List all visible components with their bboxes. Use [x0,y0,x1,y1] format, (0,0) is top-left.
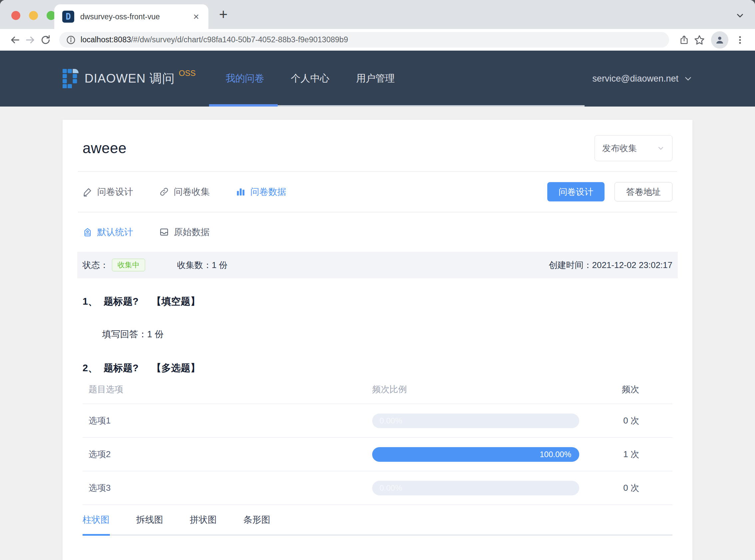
bookmark-star-icon[interactable] [692,34,707,46]
option-label: 选项1 [83,415,372,426]
tab-survey-collect[interactable]: 问卷收集 [159,186,210,198]
survey-detail-card: aweee 发布收集 问卷设计 问卷收集 问卷数据 问卷设计 答卷地址 [63,120,692,560]
header-ratio: 频次比例 [372,383,579,395]
tab-label: 问卷设计 [97,186,133,198]
tab-survey-data[interactable]: 问卷数据 [236,186,286,198]
chart-tabs-active-underline [83,534,110,536]
tab-title: dwsurvey-oss-front-vue [80,12,192,21]
status-label: 状态： [83,259,108,271]
url-text: localhost:8083/#/dw/survey/d/chart/c98fa… [81,35,348,44]
subtab-default-stats[interactable]: 默认统计 [83,226,133,238]
tag-icon [83,227,93,237]
question-type-tag: 【多选题】 [152,362,200,375]
chevron-down-icon [657,144,665,152]
browser-menu-kebab-icon[interactable] [732,35,748,45]
header-option: 题目选项 [83,383,372,395]
app-navbar: DIAOWEN 调问 OSS 我的问卷 个人中心 用户管理 service@di… [0,51,755,106]
card-header: aweee 发布收集 [83,120,672,171]
chart-tab-pie[interactable]: 拼状图 [190,514,217,526]
chart-tab-line[interactable]: 拆线图 [136,514,163,526]
share-icon[interactable] [676,35,692,45]
subtab-raw-data[interactable]: 原始数据 [159,226,210,238]
close-tab-icon[interactable]: × [192,12,200,22]
user-menu[interactable]: service@diaowen.net [592,74,692,84]
table-row: 选项1 0.00% 0 次 [83,404,672,438]
question-index: 2、 [83,362,98,375]
chart-tabs-underline-track [83,534,672,536]
frequency-value: 1 次 [579,448,639,460]
created-time: 创建时间：2021-12-02 23:02:17 [549,259,672,271]
minimize-window-button[interactable] [29,11,38,20]
answer-label: 填写回答： [102,329,147,339]
status-badge: 收集中 [112,259,145,271]
answer-value: 1 份 [147,329,164,339]
reload-icon[interactable] [38,35,53,45]
frequency-value: 0 次 [579,415,639,426]
site-info-icon[interactable] [66,35,76,45]
publish-collect-select[interactable]: 发布收集 [595,135,672,161]
status-bar: 状态： 收集中 收集数： 1 份 创建时间：2021-12-02 23:02:1… [77,252,678,278]
option-label: 选项2 [83,448,372,460]
address-bar[interactable]: localhost:8083/#/dw/survey/d/chart/c98fa… [59,32,669,47]
question-2-heading: 2、 题标题? 【多选题】 [83,362,672,375]
menu-active-underline [209,104,278,106]
nav-item-my-surveys[interactable]: 我的问卷 [212,51,278,106]
inbox-tray-icon [159,227,169,237]
nav-item-personal-center[interactable]: 个人中心 [278,51,343,106]
bar-chart-icon [236,187,246,197]
brand-oss-badge: OSS [179,68,196,78]
subtab-label: 原始数据 [174,226,210,238]
chart-tab-bar[interactable]: 条形图 [243,514,270,526]
created-time-label: 创建时间： [549,260,592,270]
percent-label: 100.00% [539,450,571,459]
favicon: D [62,11,74,23]
forward-icon[interactable] [23,34,38,46]
option-label: 选项3 [83,482,372,494]
new-tab-button[interactable]: + [219,6,228,23]
stats-subtabs: 默认统计 原始数据 [83,213,672,252]
diaowen-logo-icon [63,69,79,88]
question-title: 题标题? [104,362,139,375]
browser-profile-avatar[interactable] [711,31,728,48]
table-row: 选项3 0.00% 0 次 [83,472,672,505]
select-value: 发布收集 [602,142,637,154]
survey-design-button[interactable]: 问卷设计 [547,182,605,201]
collect-count-label: 收集数： [177,259,212,271]
answer-url-button[interactable]: 答卷地址 [614,182,672,201]
collect-count-value: 1 份 [212,259,228,271]
question-title: 题标题? [104,295,139,308]
browser-tab-strip: D dwsurvey-oss-front-vue × + [0,0,755,29]
question-type-tag: 【填空题】 [152,295,200,308]
main-menu: 我的问卷 个人中心 用户管理 [212,51,408,106]
subtab-label: 默认统计 [97,226,133,238]
window-controls [11,11,56,20]
browser-tab[interactable]: D dwsurvey-oss-front-vue × [54,4,208,29]
percent-label: 0.00% [380,483,402,493]
created-time-value: 2021-12-02 23:02:17 [592,260,672,270]
options-table-header: 题目选项 频次比例 频次 [83,375,672,404]
brand[interactable]: DIAOWEN 调问 OSS [63,69,196,88]
tab-survey-design[interactable]: 问卷设计 [83,186,133,198]
back-icon[interactable] [7,34,23,46]
question-1-answer: 填写回答：1 份 [83,328,672,340]
url-host: localhost:8083 [81,35,131,44]
edit-pencil-icon [83,187,93,197]
survey-title: aweee [83,140,126,157]
progress-bar: 0.00% [372,481,579,495]
table-row: 选项2 100.00% 1 次 [83,438,672,472]
header-actions: 问卷设计 答卷地址 [547,182,672,201]
tab-search-chevron-icon[interactable] [735,11,745,21]
frequency-value: 0 次 [579,482,639,494]
chart-tab-column[interactable]: 柱状图 [83,514,109,526]
nav-item-user-management[interactable]: 用户管理 [343,51,408,106]
question-index: 1、 [83,295,98,308]
url-path: /#/dw/survey/d/chart/c98fa140-50b7-4052-… [131,35,348,44]
survey-section-tabs: 问卷设计 问卷收集 问卷数据 问卷设计 答卷地址 [83,172,672,212]
browser-window: D dwsurvey-oss-front-vue × + localhost:8… [0,0,755,560]
close-window-button[interactable] [11,11,20,20]
chevron-down-icon [684,74,692,83]
link-icon [159,187,169,197]
question-1-heading: 1、 题标题? 【填空题】 [83,295,672,308]
header-frequency: 频次 [579,383,639,395]
percent-label: 0.00% [380,416,402,425]
